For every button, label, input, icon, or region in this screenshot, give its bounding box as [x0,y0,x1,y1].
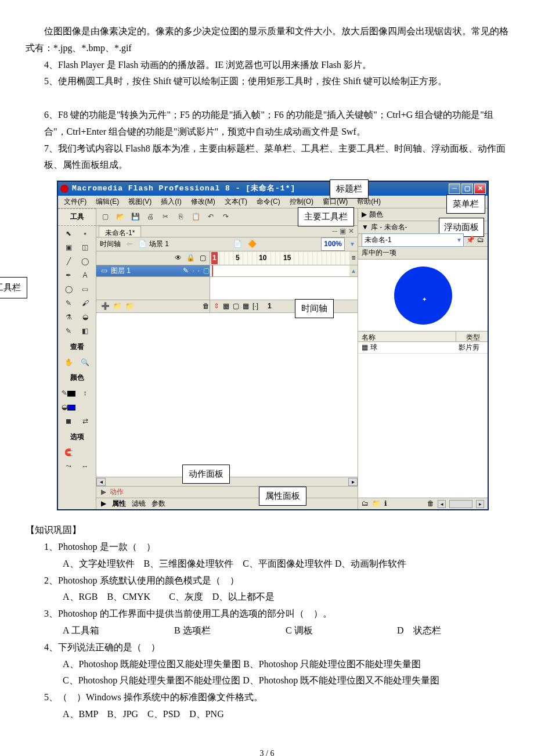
lasso-tool-icon[interactable]: ◯ [78,256,92,268]
lib-scroll-track[interactable] [449,500,472,508]
cut-icon[interactable]: ✂ [160,212,171,222]
actions-expand-icon[interactable]: ▶ [101,486,106,499]
selection-tool-icon[interactable]: ⬉ [62,228,75,240]
hscroll-right-icon[interactable]: ▸ [348,478,358,486]
properties-icon[interactable]: ℹ [384,498,387,510]
pin-icon[interactable]: 📌 [466,234,475,247]
text-tool-icon[interactable]: A [78,270,92,282]
minimize-button[interactable]: ─ [449,183,460,194]
onion-outline-icon[interactable]: ▢ [233,300,239,313]
layer-square-icon[interactable]: ▢ [203,265,210,278]
hscroll-left-icon[interactable]: ◂ [96,478,106,486]
new-symbol-icon[interactable]: 🗂 [362,498,369,510]
maximize-doc-icon[interactable]: ─ [332,225,337,238]
hand-tool-icon[interactable]: ✋ [62,357,75,368]
chevron-down-icon[interactable]: ▾ [457,234,461,247]
menu-commands[interactable]: 命令(C) [254,196,283,208]
timeline-menu-icon[interactable]: ≡ [349,251,358,265]
zoom-level[interactable]: 100% [321,237,345,251]
onion-markers-icon[interactable]: [·] [252,300,258,313]
layer-edit-icon[interactable]: ✎ [183,265,189,278]
layer-frames[interactable] [210,265,349,276]
library-name-header[interactable]: 名称 [358,332,456,341]
nocolor-icon[interactable] [78,402,92,413]
library-item-row[interactable]: ▦球 影片剪 [358,342,488,354]
open-icon[interactable]: 📂 [115,212,125,222]
scroll-up-icon[interactable]: ▴ [349,265,358,276]
library-dropdown[interactable]: 未命名-1 ▾ [362,233,464,247]
stroke-swap-icon[interactable]: ↕ [78,388,92,399]
layer-dot2-icon[interactable]: · [198,265,200,278]
frame-ruler[interactable]: 1 5 10 15 [210,251,349,265]
edit-multiple-icon[interactable]: ▦ [243,300,249,313]
maximize-button[interactable]: ▢ [461,183,473,194]
edit-symbols-icon[interactable]: 📄 [233,238,242,251]
snap-option-icon[interactable]: 🧲 [62,447,75,459]
menu-text[interactable]: 文本(T) [222,196,250,208]
menu-insert[interactable]: 插入(I) [158,196,183,208]
props-expand-icon[interactable]: ▶ [101,498,106,510]
paste-icon[interactable]: 📋 [190,212,201,222]
swap-colors-icon[interactable]: ⇄ [78,416,92,427]
fill-color-icon[interactable]: ◒ [62,402,75,413]
brush-tool-icon[interactable]: 🖌 [78,298,92,309]
delete-item-icon[interactable]: 🗑 [427,498,434,510]
close-button[interactable]: ✕ [474,183,486,194]
menu-edit[interactable]: 编辑(E) [93,196,121,208]
oval-tool-icon[interactable]: ◯ [62,284,75,296]
doc-tab-active[interactable]: 未命名-1* [99,226,141,237]
zoom-dropdown-icon[interactable]: ▾ [351,238,354,251]
add-layer-icon[interactable]: ➕ [101,300,110,313]
eyedropper-tool-icon[interactable]: ✎ [62,326,75,337]
tab-params[interactable]: 参数 [151,498,165,510]
redo-icon[interactable]: ↷ [221,212,231,222]
library-type-header[interactable]: 类型 [456,332,488,341]
eraser-tool-icon[interactable]: ◧ [78,326,92,337]
stage-area[interactable] [96,313,358,477]
paint-bucket-tool-icon[interactable]: ◒ [78,312,92,323]
center-frame-icon[interactable]: ⇕ [214,300,219,313]
ink-bottle-tool-icon[interactable]: ⚗ [62,312,75,323]
zoom-tool-icon[interactable]: 🔍 [78,357,92,368]
pen-tool-icon[interactable]: ✒ [62,270,75,282]
menu-view[interactable]: 视图(V) [126,196,154,208]
smooth-option-icon[interactable]: ⤳ [62,461,75,473]
lock-icon[interactable]: 🔒 [186,252,195,265]
tab-filters[interactable]: 滤镜 [132,498,146,510]
subselect-tool-icon[interactable]: ⭑ [78,228,92,240]
menu-control[interactable]: 控制(O) [287,196,316,208]
outline-icon[interactable]: ▢ [200,252,206,265]
scene-label[interactable]: 📄 场景 1 [138,238,169,251]
rectangle-tool-icon[interactable]: ▭ [78,284,92,296]
save-icon[interactable]: 💾 [130,212,140,222]
new-icon[interactable]: ▢ [100,212,110,222]
tab-properties[interactable]: 属性 [112,498,126,510]
restore-doc-icon[interactable]: ▣ [340,225,346,238]
straighten-option-icon[interactable]: ↔ [78,461,92,473]
library-expand-icon[interactable]: ▼ [362,221,369,234]
menu-modify[interactable]: 修改(M) [189,196,218,208]
new-folder-icon[interactable]: 📁 [372,498,381,510]
layer-label[interactable]: ▭ 图层 1 ✎ · · ▢ [96,265,210,276]
layer-dot1-icon[interactable]: · [192,265,194,278]
color-expand-icon[interactable]: ▶ [362,208,367,221]
copy-icon[interactable]: ⎘ [175,212,186,222]
add-folder-icon[interactable]: 📁 [125,300,134,313]
bw-default-icon[interactable]: ◼ [62,416,75,427]
gradient-transform-tool-icon[interactable]: ◫ [78,242,92,254]
lib-scroll-left-icon[interactable]: ◂ [438,500,446,508]
back-icon[interactable]: ⇦ [127,238,132,251]
library-panel-header[interactable]: ▼ 库 - 未命名- 浮动面板 [358,221,488,234]
close-doc-icon[interactable]: ✕ [348,225,354,238]
edit-scene-icon[interactable]: 🔶 [248,238,257,251]
new-lib-icon[interactable]: 🗂 [477,234,484,247]
menu-file[interactable]: 文件(F) [62,196,89,208]
stroke-color-icon[interactable]: ✎ [62,388,75,399]
actions-accordion[interactable]: ▶ 动作 [96,486,358,498]
titlebar[interactable]: Macromedia Flash Professional 8 - [未命名-1… [58,182,488,196]
add-guide-icon[interactable]: 📁 [113,300,122,313]
lib-scroll-right-icon[interactable]: ▸ [476,500,484,508]
playhead-icon[interactable] [212,265,213,276]
pencil-tool-icon[interactable]: ✎ [62,298,75,309]
undo-icon[interactable]: ↶ [205,212,216,222]
